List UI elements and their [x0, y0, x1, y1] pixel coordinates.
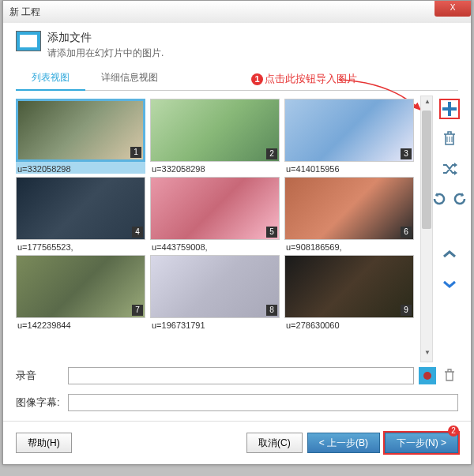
subtitle-row: 图像字幕: — [3, 389, 471, 416]
annotation-badge-1: 1 — [251, 73, 263, 85]
plus-icon — [441, 100, 458, 118]
header: 添加文件 请添加用在幻灯片中的图片. — [3, 23, 471, 66]
record-icon — [423, 372, 431, 380]
recording-input[interactable] — [68, 367, 414, 384]
header-title: 添加文件 — [47, 31, 458, 45]
rotate-right-icon — [452, 191, 468, 207]
footer: 帮助(H) 取消(C) < 上一步(B) 下一步(N) > 2 — [3, 421, 471, 464]
thumbnail-badge: 6 — [401, 227, 412, 238]
thumbnail-item[interactable]: 7 u=142239844 — [16, 255, 145, 330]
scroll-down-arrow[interactable]: ▼ — [422, 349, 433, 360]
thumbnail-image: 6 — [284, 177, 414, 240]
thumbnail-badge: 5 — [266, 227, 277, 238]
recording-label: 录音 — [16, 369, 63, 383]
thumbnail-item[interactable]: 3 u=414015956 — [284, 99, 414, 174]
thumbnail-item[interactable]: 2 u=332058298 — [150, 99, 280, 174]
thumbnail-badge: 2 — [266, 148, 277, 159]
thumbnail-badge: 1 — [130, 147, 141, 158]
thumbnail-label: u=278630060 — [284, 318, 414, 330]
subtitle-input[interactable] — [68, 394, 458, 411]
thumbnail-label: u=142239844 — [16, 318, 145, 330]
move-up-button[interactable] — [439, 244, 460, 264]
thumbnail-label: u=332058298 — [150, 162, 280, 174]
thumbnail-badge: 9 — [401, 305, 412, 316]
rotate-right-button[interactable] — [451, 189, 468, 209]
thumbnail-label: u=196731791 — [150, 318, 280, 330]
window-title: 新 工程 — [9, 6, 434, 19]
chevron-down-icon — [442, 279, 457, 289]
thumbnail-badge: 4 — [132, 227, 143, 238]
thumbnail-item[interactable]: 5 u=443759008, — [150, 177, 280, 252]
thumbnail-badge: 8 — [266, 305, 277, 316]
dialog-window: 新 工程 X 添加文件 请添加用在幻灯片中的图片. 1点击此按钮导入图片 列表视… — [2, 0, 472, 465]
thumbnail-grid-wrap: 1 u=332058298 2 u=332058298 3 u=41401595… — [13, 96, 420, 362]
content-area: 1 u=332058298 2 u=332058298 3 u=41401595… — [13, 96, 461, 362]
thumbnail-badge: 7 — [132, 305, 143, 316]
scroll-up-arrow[interactable]: ▲ — [422, 98, 433, 109]
sidebar-tools — [433, 96, 461, 362]
thumbnail-item[interactable]: 4 u=177565523, — [16, 177, 145, 252]
thumbnail-image: 7 — [16, 255, 145, 318]
thumbnail-item[interactable]: 1 u=332058298 — [16, 99, 145, 174]
scrollbar-thumb[interactable] — [422, 111, 431, 229]
close-button[interactable]: X — [434, 1, 471, 17]
prev-button[interactable]: < 上一步(B) — [307, 433, 380, 453]
next-button[interactable]: 下一步(N) > 2 — [385, 433, 458, 453]
cancel-button[interactable]: 取消(C) — [246, 433, 303, 453]
thumbnail-image: 1 — [16, 99, 145, 162]
thumbnail-label: u=908186569, — [284, 240, 414, 252]
monitor-icon — [16, 31, 41, 51]
thumbnail-label: u=443759008, — [150, 240, 280, 252]
subtitle-label: 图像字幕: — [16, 395, 63, 410]
shuffle-button[interactable] — [439, 159, 460, 179]
thumbnail-label: u=332058298 — [16, 162, 145, 174]
header-subtitle: 请添加用在幻灯片中的图片. — [47, 47, 458, 60]
delete-button[interactable] — [439, 129, 460, 149]
thumbnail-item[interactable]: 9 u=278630060 — [284, 255, 414, 330]
thumbnail-item[interactable]: 6 u=908186569, — [284, 177, 414, 252]
tab-detail-view[interactable]: 详细信息视图 — [85, 66, 174, 90]
thumbnail-image: 9 — [284, 255, 414, 318]
annotation-1: 1点击此按钮导入图片 — [251, 72, 357, 86]
titlebar: 新 工程 X — [3, 1, 471, 23]
thumbnail-image: 8 — [150, 255, 280, 318]
delete-recording-button[interactable] — [441, 367, 458, 384]
chevron-up-icon — [442, 249, 457, 259]
thumbnail-label: u=177565523, — [16, 240, 145, 252]
record-button[interactable] — [419, 367, 436, 384]
thumbnail-image: 5 — [150, 177, 280, 240]
tabs: 列表视图 详细信息视图 — [16, 66, 458, 91]
thumbnail-badge: 3 — [401, 148, 412, 159]
move-down-button[interactable] — [439, 274, 460, 294]
rotate-left-icon — [431, 191, 447, 207]
add-button[interactable] — [439, 99, 460, 119]
thumbnail-image: 2 — [150, 99, 280, 162]
trash-icon — [443, 369, 456, 383]
tab-list-view[interactable]: 列表视图 — [16, 66, 85, 91]
trash-icon — [442, 131, 457, 147]
recording-row: 录音 — [3, 362, 471, 389]
scrollbar[interactable]: ▲ ▼ — [420, 96, 433, 362]
thumbnail-image: 3 — [284, 99, 414, 162]
shuffle-icon — [442, 161, 457, 177]
help-button[interactable]: 帮助(H) — [16, 433, 72, 453]
thumbnail-grid: 1 u=332058298 2 u=332058298 3 u=41401595… — [13, 96, 417, 333]
rotate-left-button[interactable] — [431, 189, 448, 209]
thumbnail-item[interactable]: 8 u=196731791 — [150, 255, 280, 330]
annotation-badge-2: 2 — [448, 425, 459, 437]
thumbnail-label: u=414015956 — [284, 162, 414, 174]
thumbnail-image: 4 — [16, 177, 145, 240]
